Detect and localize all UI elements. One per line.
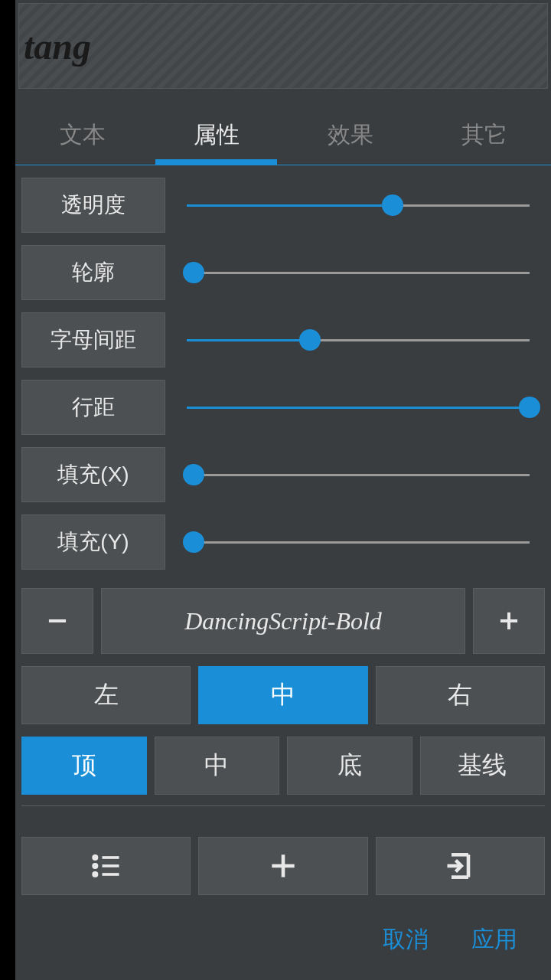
divider [21, 805, 545, 806]
padding-y-row: 填充(Y) [21, 514, 545, 570]
line-spacing-slider[interactable] [187, 380, 545, 435]
text-preview: tang [18, 3, 548, 89]
font-prev-button[interactable] [21, 588, 93, 654]
align-baseline-button[interactable]: 基线 [420, 737, 546, 795]
list-button[interactable] [21, 837, 191, 895]
font-selector-row: DancingScript-Bold [21, 588, 545, 654]
align-left-button[interactable]: 左 [21, 666, 191, 724]
v-align-row: 顶 中 底 基线 [21, 737, 545, 795]
plus-icon [266, 849, 300, 883]
svg-point-5 [93, 873, 96, 876]
tab-effects[interactable]: 效果 [283, 103, 417, 165]
cancel-button[interactable]: 取消 [383, 924, 429, 956]
letter-spacing-slider[interactable] [187, 312, 545, 368]
tab-text[interactable]: 文本 [15, 103, 149, 165]
padding-x-label[interactable]: 填充(X) [21, 447, 165, 502]
padding-y-slider[interactable] [187, 514, 545, 570]
insert-button[interactable] [376, 837, 545, 895]
list-icon [90, 849, 123, 883]
line-spacing-row: 行距 [21, 380, 545, 435]
align-top-button[interactable]: 顶 [21, 737, 147, 795]
plus-icon [494, 606, 523, 635]
align-bottom-button[interactable]: 底 [287, 737, 412, 795]
text-properties-panel: tang 文本 属性 效果 其它 透明度 轮廓 字母间距 行距 [15, 0, 551, 980]
opacity-slider[interactable] [187, 178, 545, 233]
insert-icon [443, 849, 477, 883]
preview-text: tang [24, 25, 91, 67]
letter-spacing-row: 字母间距 [21, 312, 545, 368]
minus-icon [43, 606, 72, 635]
tab-properties[interactable]: 属性 [149, 103, 283, 165]
padding-x-slider[interactable] [187, 447, 545, 502]
h-align-row: 左 中 右 [21, 666, 545, 724]
align-middle-button[interactable]: 中 [155, 737, 280, 795]
svg-point-4 [93, 864, 96, 867]
outline-row: 轮廓 [21, 245, 545, 300]
outline-label[interactable]: 轮廓 [21, 245, 165, 300]
opacity-label[interactable]: 透明度 [21, 178, 165, 233]
font-name-display[interactable]: DancingScript-Bold [101, 588, 465, 654]
align-right-button[interactable]: 右 [376, 666, 545, 724]
outline-slider[interactable] [187, 245, 545, 300]
apply-button[interactable]: 应用 [471, 924, 517, 956]
tabs: 文本 属性 效果 其它 [15, 103, 551, 165]
properties-content[interactable]: 透明度 轮廓 字母间距 行距 填充(X) [15, 165, 551, 829]
padding-x-row: 填充(X) [21, 447, 545, 502]
font-next-button[interactable] [473, 588, 545, 654]
align-center-button[interactable]: 中 [198, 666, 367, 724]
padding-y-label[interactable]: 填充(Y) [21, 514, 165, 570]
svg-point-3 [93, 856, 96, 859]
add-button[interactable] [198, 837, 367, 895]
opacity-row: 透明度 [21, 178, 545, 233]
letter-spacing-label[interactable]: 字母间距 [21, 312, 165, 368]
tab-other[interactable]: 其它 [417, 103, 551, 165]
line-spacing-label[interactable]: 行距 [21, 380, 165, 435]
bottom-toolbar [15, 829, 551, 903]
dialog-actions: 取消 应用 [15, 903, 551, 980]
